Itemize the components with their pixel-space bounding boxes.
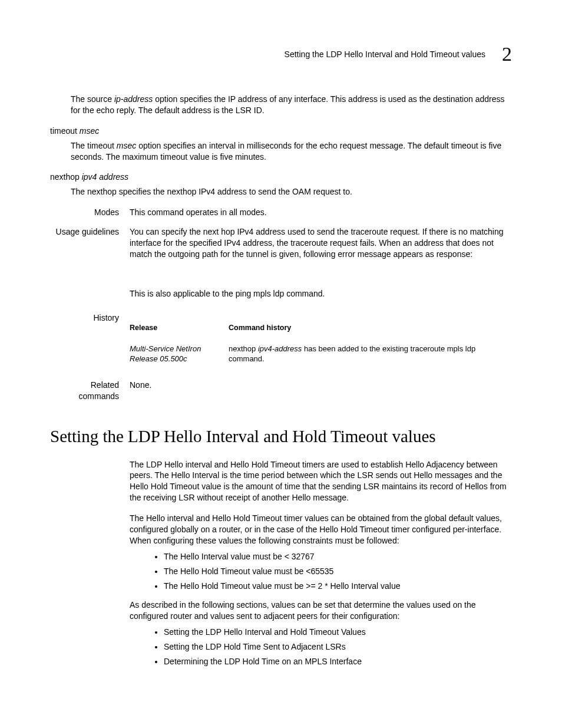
timeout-option-desc: The timeout msec option specifies an int… — [50, 140, 512, 163]
section-body: The LDP Hello interval and Hello Hold Ti… — [130, 459, 512, 667]
running-title: Setting the LDP Hello Interval and Hold … — [285, 49, 485, 60]
page: Setting the LDP Hello Interval and Hold … — [0, 0, 562, 728]
list-item: The Hello Hold Timeout value must be >= … — [164, 581, 512, 592]
history-row: History Release Command history Multi-Se… — [50, 312, 512, 364]
nexthop-option-desc: The nexthop specifies the nexthop IPv4 a… — [50, 186, 512, 197]
modes-label: Modes — [50, 207, 130, 218]
usage-body: You can specify the next hop IPv4 addres… — [130, 226, 512, 309]
history-label: History — [50, 312, 130, 364]
related-row: Related commands None. — [50, 380, 512, 402]
constraints-list: The Hello Interval value must be < 32767… — [130, 551, 512, 592]
history-release: Multi-Service NetIron Release 05.500c — [130, 344, 229, 364]
history-body: Release Command history Multi-Service Ne… — [130, 312, 512, 364]
list-item: The Hello Hold Timeout value must be <65… — [164, 566, 512, 577]
history-table-row: Multi-Service NetIron Release 05.500c ne… — [130, 344, 512, 364]
related-label: Related commands — [50, 380, 130, 402]
modes-row: Modes This command operates in all modes… — [50, 207, 512, 218]
history-col1-head: Release — [130, 323, 229, 333]
history-col2-head: Command history — [229, 323, 512, 333]
section-p2: The Hello interval and Hello Hold Timeou… — [130, 513, 512, 546]
section-p3: As described in the following sections, … — [130, 599, 512, 622]
related-label-line1: Related — [50, 380, 119, 391]
related-text: None. — [130, 380, 512, 402]
usage-label: Usage guidelines — [50, 226, 130, 309]
usage-para1: You can specify the next hop IPv4 addres… — [130, 226, 512, 260]
nexthop-option-label: nexthop ipv4 address — [50, 172, 512, 183]
list-item: Setting the LDP Hello Interval and Hold … — [164, 627, 512, 638]
history-table-head: Release Command history — [130, 323, 512, 341]
source-option-desc: The source ip-address option specifies t… — [50, 94, 512, 116]
section-heading: Setting the LDP Hello Interval and Hold … — [50, 425, 512, 448]
section-p1: The LDP Hello interval and Hello Hold Ti… — [130, 459, 512, 504]
chapter-number: 2 — [502, 44, 512, 64]
list-item: The Hello Interval value must be < 32767 — [164, 551, 512, 562]
list-item: Determining the LDP Hold Time on an MPLS… — [164, 656, 512, 667]
running-header: Setting the LDP Hello Interval and Hold … — [50, 44, 512, 64]
related-label-line2: commands — [50, 391, 119, 402]
timeout-option-label: timeout msec — [50, 126, 512, 137]
usage-row: Usage guidelines You can specify the nex… — [50, 226, 512, 309]
list-item: Setting the LDP Hold Time Sent to Adjace… — [164, 641, 512, 653]
history-change: nexthop ipv4-address has been added to t… — [229, 344, 512, 364]
usage-para2: This is also applicable to the ping mpls… — [130, 288, 512, 299]
modes-text: This command operates in all modes. — [130, 207, 512, 218]
topics-list: Setting the LDP Hello Interval and Hold … — [130, 627, 512, 667]
